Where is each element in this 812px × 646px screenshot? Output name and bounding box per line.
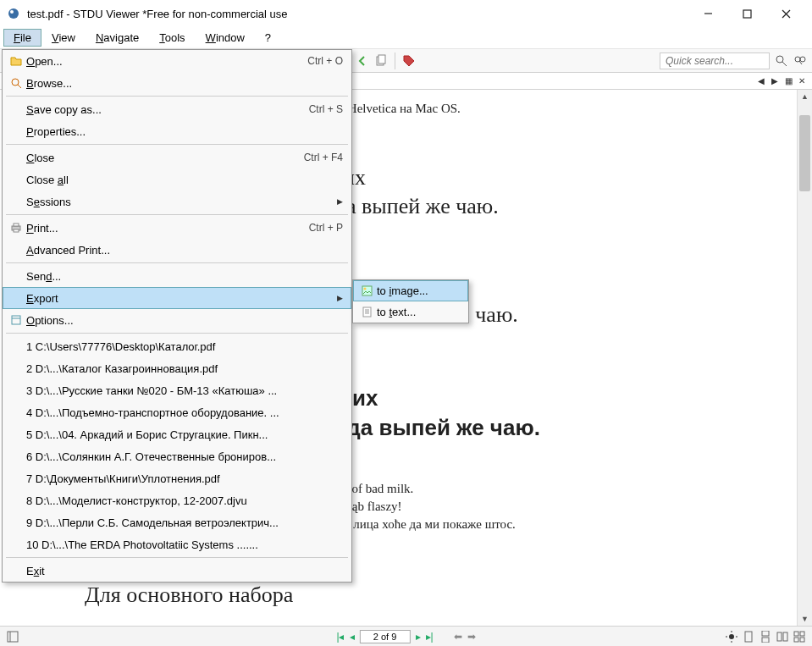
page-input[interactable]: [360, 630, 411, 643]
svg-point-42: [363, 288, 366, 290]
statusbar: |◂ ◂ ▸ ▸| ⬅ ➡: [0, 626, 812, 646]
menu-item-recent[interactable]: 6 D:\...\Солянкин А.Г. Отечественные бро…: [3, 445, 351, 467]
next-page-button[interactable]: ▸: [416, 631, 421, 643]
menu-help[interactable]: ?: [255, 29, 281, 47]
menu-item-save-copy[interactable]: Save copy as...Ctrl + S: [3, 98, 351, 120]
browse-icon: [6, 77, 26, 89]
svg-point-0: [8, 8, 19, 19]
menu-item-recent[interactable]: 8 D:\...\Моделист-конструктор, 12-2007.d…: [3, 489, 351, 511]
tab-prev-icon[interactable]: ◀: [756, 76, 766, 86]
layout-icon[interactable]: [7, 631, 19, 643]
options-icon: [6, 314, 26, 326]
titlebar: test.pdf - STDU Viewer *Free for non-com…: [0, 0, 812, 27]
menu-item-export[interactable]: Export▶: [3, 287, 351, 309]
facing-page-icon[interactable]: [776, 631, 788, 643]
maximize-button[interactable]: [727, 1, 766, 26]
menu-item-send[interactable]: Send...: [3, 265, 351, 287]
svg-rect-12: [378, 55, 385, 63]
menu-item-open[interactable]: Open...Ctrl + O: [3, 50, 351, 72]
svg-rect-3: [743, 10, 751, 18]
menu-item-recent[interactable]: 7 D:\Документы\Книги\Уплотнения.pdf: [3, 467, 351, 489]
menu-item-sessions[interactable]: Sessions▶: [3, 190, 351, 213]
svg-rect-33: [800, 638, 804, 642]
menu-item-advanced-print[interactable]: Advanced Print...: [3, 239, 351, 261]
continuous-page-icon[interactable]: [760, 631, 771, 643]
menu-item-recent[interactable]: 5 D:\...\04. Аркадий и Борис Стругацкие.…: [3, 423, 351, 445]
menu-item-recent[interactable]: 3 D:\...\Русские танки №020 - БМ-13 «Кат…: [3, 379, 351, 401]
first-page-button[interactable]: |◂: [336, 631, 344, 643]
svg-rect-39: [12, 316, 20, 324]
file-menu-dropdown: Open...Ctrl + O Browse... Save copy as..…: [2, 49, 352, 583]
svg-rect-27: [762, 638, 769, 643]
menu-item-recent[interactable]: 4 D:\...\Подъемно-транспортное оборудова…: [3, 401, 351, 423]
svg-rect-41: [362, 286, 372, 295]
image-icon: [356, 285, 377, 296]
menu-item-print[interactable]: Print...Ctrl + P: [3, 217, 351, 239]
menu-item-recent[interactable]: 1 C:\Users\77776\Desktop\Каталог.pdf: [3, 335, 351, 357]
svg-rect-37: [14, 224, 19, 226]
nav-back-button[interactable]: ⬅: [454, 631, 462, 643]
scroll-thumb[interactable]: [799, 115, 810, 191]
grid-page-icon[interactable]: [793, 631, 805, 643]
tab-close-icon[interactable]: ✕: [797, 76, 807, 86]
menu-view[interactable]: View: [41, 29, 86, 47]
svg-point-1: [10, 10, 14, 14]
quick-search-input[interactable]: [660, 52, 770, 69]
scroll-up-icon[interactable]: ▲: [798, 90, 812, 103]
submenu-to-image[interactable]: to image...: [353, 280, 468, 301]
svg-rect-29: [783, 632, 787, 641]
menu-navigate[interactable]: Navigate: [86, 29, 149, 47]
folder-open-icon: [6, 55, 26, 67]
prev-page-button[interactable]: ◂: [350, 631, 355, 643]
last-page-button[interactable]: ▸|: [426, 631, 434, 643]
text-icon: [356, 306, 377, 317]
menu-item-browse[interactable]: Browse...: [3, 72, 351, 94]
menu-item-recent[interactable]: 9 D:\...\Перли С.Б. Самодельная ветроэле…: [3, 511, 351, 533]
window-title: test.pdf - STDU Viewer *Free for non-com…: [27, 8, 688, 20]
svg-rect-28: [777, 632, 782, 641]
svg-rect-32: [794, 638, 798, 642]
svg-rect-38: [14, 229, 19, 232]
tab-grid-icon[interactable]: ▦: [783, 76, 793, 86]
submenu-to-text[interactable]: to text...: [353, 301, 468, 323]
menu-item-recent[interactable]: 2 D:\...\Каталог Казагроинновация.pdf: [3, 357, 351, 379]
menu-item-options[interactable]: Options...: [3, 309, 351, 331]
tag-icon[interactable]: [402, 54, 416, 68]
menu-item-close[interactable]: CloseCtrl + F4: [3, 146, 351, 168]
export-submenu: to image... to text...: [352, 279, 469, 323]
vertical-scrollbar[interactable]: ▲ ▼: [797, 90, 812, 626]
svg-rect-26: [762, 631, 769, 636]
menu-tools[interactable]: Tools: [149, 29, 195, 47]
app-icon: [7, 7, 20, 20]
menu-item-close-all[interactable]: Close all: [3, 168, 351, 190]
menubar: File View Navigate Tools Window ?: [0, 27, 812, 49]
svg-point-34: [12, 79, 19, 86]
doc-text: Для основного набора: [85, 583, 771, 608]
svg-line-14: [782, 62, 787, 66]
copy-icon[interactable]: [374, 54, 388, 68]
svg-point-20: [729, 634, 734, 639]
menu-file[interactable]: File: [3, 29, 41, 47]
search-icon[interactable]: [775, 54, 788, 68]
menu-item-recent[interactable]: 10 D:\...\The ERDA Photovoltatiic System…: [3, 533, 351, 555]
svg-rect-30: [794, 632, 798, 636]
tab-next-icon[interactable]: ▶: [770, 76, 780, 86]
svg-point-16: [800, 57, 805, 62]
brightness-icon[interactable]: [726, 631, 737, 643]
single-page-icon[interactable]: [743, 631, 754, 643]
menu-item-properties[interactable]: Properties...: [3, 120, 351, 142]
svg-point-13: [776, 56, 783, 63]
svg-rect-18: [8, 632, 18, 642]
scroll-down-icon[interactable]: ▼: [798, 612, 812, 626]
svg-line-35: [18, 85, 21, 88]
print-icon: [6, 222, 26, 234]
minimize-button[interactable]: [688, 1, 727, 26]
nav-forward-button[interactable]: ➡: [467, 631, 476, 643]
close-button[interactable]: [766, 1, 805, 26]
svg-rect-31: [800, 632, 804, 636]
back-icon[interactable]: [356, 54, 369, 68]
svg-rect-25: [745, 632, 752, 642]
menu-item-exit[interactable]: Exit: [3, 560, 351, 582]
menu-window[interactable]: Window: [196, 29, 255, 47]
search-next-icon[interactable]: [793, 54, 807, 68]
